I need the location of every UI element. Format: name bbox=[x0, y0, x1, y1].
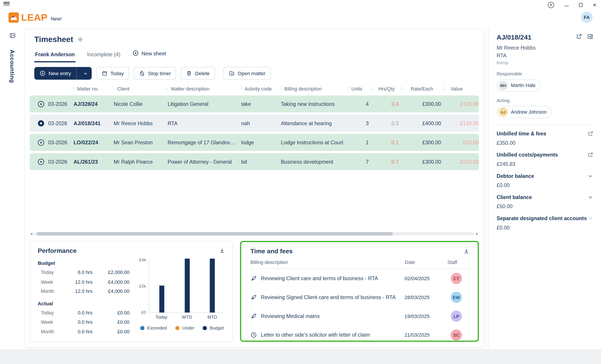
play-icon[interactable] bbox=[34, 139, 48, 146]
tab-frank-anderson[interactable]: Frank Anderson bbox=[34, 48, 75, 62]
matter-section-header[interactable]: Client balance bbox=[497, 194, 593, 200]
col-billing-description[interactable]: Billing description bbox=[281, 86, 348, 92]
open-matter-button[interactable]: Open matter bbox=[223, 67, 271, 80]
matter-section-label: Client balance bbox=[497, 194, 532, 200]
y-axis-tick: £2k bbox=[139, 284, 146, 288]
matter-section-header[interactable]: Debtor balance bbox=[497, 173, 593, 179]
today-button[interactable]: Today bbox=[96, 67, 129, 80]
cell-matter-no[interactable]: AL/261/23 bbox=[74, 159, 114, 164]
matter-section-header[interactable]: Unbilled costs/payments bbox=[497, 152, 593, 158]
acting-person[interactable]: AJ Andrew Johnson bbox=[497, 106, 552, 118]
cell-hrs-qty: 0.4 bbox=[371, 101, 401, 107]
x-axis-label: WTD bbox=[182, 315, 192, 319]
fee-row[interactable]: Reviewing Client care and terms of busin… bbox=[250, 269, 469, 288]
timesheet-row[interactable]: 03-2026LO/022/24Mr Sean PrestonRemortgag… bbox=[30, 134, 479, 151]
chevron-down-icon[interactable] bbox=[587, 194, 593, 200]
col-units[interactable]: Units bbox=[348, 86, 371, 92]
cell-matter-description: RTA bbox=[168, 120, 241, 126]
col-client[interactable]: Client bbox=[114, 86, 168, 92]
scroll-left-icon[interactable] bbox=[30, 232, 32, 235]
panel-toggle-icon[interactable] bbox=[9, 32, 16, 40]
minimize-icon[interactable] bbox=[564, 6, 569, 6]
maximize-icon[interactable] bbox=[579, 3, 582, 7]
close-icon[interactable]: × bbox=[593, 3, 596, 7]
left-rail: Accounting bbox=[0, 27, 25, 349]
col-date[interactable] bbox=[48, 86, 73, 92]
play-icon[interactable] bbox=[34, 158, 48, 165]
menu-icon[interactable] bbox=[4, 2, 10, 7]
new-entry-button[interactable]: New entry bbox=[34, 67, 91, 80]
matter-section: Client balance£50.00 bbox=[497, 194, 593, 210]
performance-stat-row: Month12.0 hrs£4,000.00 bbox=[38, 287, 135, 296]
window-titlebar: ? × bbox=[0, 0, 601, 8]
table-header: Matter no. Client Matter description Act… bbox=[30, 86, 479, 95]
timesheet-row[interactable]: 03-2026AL/261/23Mr Ralph PearcePower of … bbox=[30, 153, 479, 170]
scrollbar-thumb[interactable] bbox=[37, 232, 393, 236]
staff-avatar[interactable]: CT bbox=[451, 273, 462, 284]
sidebar-accounting-tab[interactable]: Accounting bbox=[9, 50, 16, 83]
col-hrs-qty[interactable]: Hrs/Qty bbox=[371, 86, 401, 92]
tab-incomplete[interactable]: Incomplete (4) bbox=[86, 48, 121, 62]
external-link-icon[interactable] bbox=[587, 152, 593, 158]
user-avatar[interactable]: FA bbox=[581, 11, 592, 23]
timesheet-toolbar: New entry Today Stop timer Delete bbox=[30, 67, 479, 80]
actual-label: Actual bbox=[38, 300, 135, 306]
matter-staff: Kemp bbox=[497, 60, 593, 65]
col-rate-each[interactable]: Rate/Each bbox=[401, 86, 443, 92]
chart-bar-budget[interactable] bbox=[210, 259, 215, 312]
col-activity-code[interactable]: Activity code bbox=[241, 86, 281, 92]
recording-icon[interactable] bbox=[34, 119, 48, 127]
chart-bar-budget[interactable] bbox=[185, 259, 190, 312]
play-icon[interactable] bbox=[34, 100, 48, 108]
col-value[interactable]: Value bbox=[443, 86, 481, 92]
delete-button[interactable]: Delete bbox=[181, 67, 215, 80]
responsible-person[interactable]: MH Martin Hale bbox=[497, 79, 541, 92]
scrollbar-track[interactable] bbox=[34, 232, 474, 236]
download-icon[interactable] bbox=[219, 248, 225, 254]
matter-panel: AJ/018/241 Mr Reece Hobbs RTA Kemp Respo… bbox=[489, 27, 601, 349]
staff-avatar[interactable]: SC bbox=[451, 330, 462, 341]
clock-icon bbox=[250, 332, 257, 338]
new-badge[interactable]: New! bbox=[51, 16, 62, 22]
timesheet-row[interactable]: 03-2026AJ/328/24Nicole CollieLitigation … bbox=[30, 96, 479, 112]
bar-group bbox=[159, 286, 164, 312]
download-icon[interactable] bbox=[463, 248, 469, 254]
trash-icon bbox=[186, 70, 192, 76]
legend-item: Budget bbox=[203, 326, 224, 330]
timesheet-row[interactable]: 03-2026AJ/018/241Mr Reece HobbsRTAnahAtt… bbox=[30, 115, 479, 132]
chart-bar-budget[interactable] bbox=[159, 286, 164, 312]
matter-section: Unbilled time & fees£350.00 bbox=[497, 131, 593, 146]
matter-section-header[interactable]: Separate designated client accounts bbox=[497, 215, 593, 221]
staff-avatar[interactable]: EW bbox=[451, 292, 462, 303]
matter-client: Mr Reece Hobbs bbox=[497, 45, 593, 51]
collapse-panel-icon[interactable] bbox=[587, 34, 593, 40]
external-link-icon[interactable] bbox=[576, 34, 582, 40]
fee-entry-icon bbox=[250, 294, 257, 300]
timesheet-rows: 03-2026AJ/328/24Nicole CollieLitigation … bbox=[30, 96, 479, 229]
cell-matter-no[interactable]: AJ/018/241 bbox=[74, 120, 114, 126]
chevron-down-icon[interactable] bbox=[587, 173, 593, 179]
staff-avatar[interactable]: LP bbox=[451, 311, 462, 322]
cell-hrs-qty: 0.1 bbox=[371, 139, 401, 145]
col-matter-description[interactable]: Matter description bbox=[168, 86, 241, 92]
settings-gear-button[interactable] bbox=[78, 37, 83, 42]
cell-matter-description: Power of Attorney - General bbox=[168, 159, 241, 164]
chevron-down-icon[interactable] bbox=[587, 215, 593, 221]
help-icon[interactable]: ? bbox=[548, 2, 554, 8]
matter-section-header[interactable]: Unbilled time & fees bbox=[497, 131, 593, 136]
external-link-icon[interactable] bbox=[587, 131, 593, 136]
stop-timer-button[interactable]: Stop timer bbox=[134, 67, 176, 80]
cell-matter-no[interactable]: AJ/328/24 bbox=[74, 101, 114, 107]
cell-billing-description: Attendance at hearing bbox=[281, 120, 348, 126]
new-sheet-button[interactable]: New sheet bbox=[132, 47, 167, 62]
chevron-down-icon[interactable] bbox=[80, 71, 91, 76]
fee-row[interactable]: Reviewing Medical matrix19/03/2025LP bbox=[250, 307, 469, 326]
col-matter-no[interactable]: Matter no. bbox=[74, 86, 114, 92]
fee-row[interactable]: Letter to other side's solicitor with le… bbox=[250, 326, 469, 342]
scroll-right-icon[interactable] bbox=[476, 232, 478, 235]
matter-section: Debtor balance£0.00 bbox=[497, 173, 593, 188]
cell-hrs-qty: 0.7 bbox=[371, 159, 401, 164]
fee-row[interactable]: Reviewing Signed Client care and terms o… bbox=[250, 288, 469, 307]
cell-matter-no[interactable]: LO/022/24 bbox=[74, 139, 114, 145]
fee-date: 02/04/2025 bbox=[400, 276, 442, 281]
